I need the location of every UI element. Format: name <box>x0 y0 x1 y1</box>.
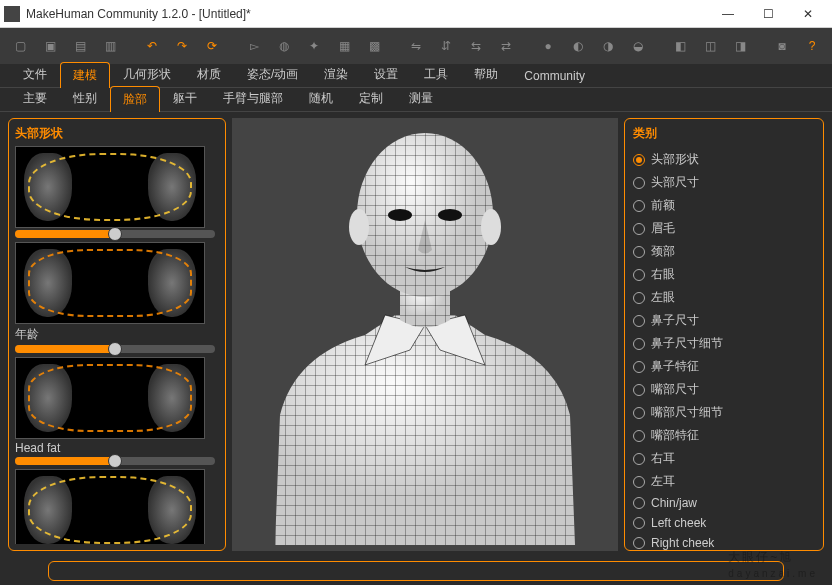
mirror-h-icon[interactable]: ⇋ <box>404 34 428 58</box>
radio-icon <box>633 361 645 373</box>
file-export-icon[interactable]: ▥ <box>98 34 122 58</box>
slider-track[interactable] <box>15 230 215 238</box>
category-radio-1[interactable]: 头部尺寸 <box>633 171 815 194</box>
category-radio-16[interactable]: Left cheek <box>633 513 815 533</box>
radio-label: 鼻子特征 <box>651 358 699 375</box>
app-icon <box>4 6 20 22</box>
radio-label: 嘴部尺寸细节 <box>651 404 723 421</box>
checker-icon[interactable]: ▩ <box>362 34 386 58</box>
category-radio-4[interactable]: 颈部 <box>633 240 815 263</box>
redo-icon[interactable]: ↷ <box>170 34 194 58</box>
radio-label: 鼻子尺寸细节 <box>651 335 723 352</box>
sub-tab-2[interactable]: 脸部 <box>110 86 160 112</box>
slider-thumbnail <box>15 146 205 228</box>
file-save-icon[interactable]: ▤ <box>68 34 92 58</box>
main-tab-4[interactable]: 姿态/动画 <box>234 61 311 87</box>
radio-label: 嘴部特征 <box>651 427 699 444</box>
category-radio-12[interactable]: 嘴部特征 <box>633 424 815 447</box>
slider-thumbnail <box>15 242 205 324</box>
main-toolbar: ▢▣▤▥↶↷⟳▻◍✦▦▩⇋⇵⇆⇄●◐◑◒◧◫◨◙? <box>0 28 832 64</box>
category-radio-3[interactable]: 眉毛 <box>633 217 815 240</box>
view-right-icon[interactable]: ◨ <box>728 34 752 58</box>
main-tab-8[interactable]: 帮助 <box>461 61 511 87</box>
category-radio-9[interactable]: 鼻子特征 <box>633 355 815 378</box>
category-radio-13[interactable]: 右耳 <box>633 447 815 470</box>
cursor-icon[interactable]: ▻ <box>242 34 266 58</box>
status-bar <box>0 557 832 585</box>
mirror-alt2-icon[interactable]: ⇄ <box>494 34 518 58</box>
maximize-button[interactable]: ☐ <box>748 0 788 28</box>
grid-icon[interactable]: ▦ <box>332 34 356 58</box>
sub-tab-5[interactable]: 随机 <box>296 85 346 111</box>
mirror-alt-icon[interactable]: ⇆ <box>464 34 488 58</box>
radio-label: Left cheek <box>651 516 706 530</box>
mirror-v-icon[interactable]: ⇵ <box>434 34 458 58</box>
main-tab-6[interactable]: 设置 <box>361 61 411 87</box>
camera-icon[interactable]: ◙ <box>770 34 794 58</box>
main-tab-0[interactable]: 文件 <box>10 61 60 87</box>
category-radio-10[interactable]: 嘴部尺寸 <box>633 378 815 401</box>
radio-icon <box>633 384 645 396</box>
sub-tab-3[interactable]: 躯干 <box>160 85 210 111</box>
radio-icon <box>633 200 645 212</box>
radio-icon <box>633 497 645 509</box>
head-smooth-icon[interactable]: ◐ <box>566 34 590 58</box>
sub-tab-4[interactable]: 手臂与腿部 <box>210 85 296 111</box>
category-radio-15[interactable]: Chin/jaw <box>633 493 815 513</box>
main-tab-9[interactable]: Community <box>511 64 598 87</box>
globe-wire-icon[interactable]: ◍ <box>272 34 296 58</box>
category-radio-8[interactable]: 鼻子尺寸细节 <box>633 332 815 355</box>
file-open-icon[interactable]: ▣ <box>38 34 62 58</box>
category-radio-11[interactable]: 嘴部尺寸细节 <box>633 401 815 424</box>
slider-list[interactable]: 年龄Head fat角度 <box>15 146 219 544</box>
window-titlebar: MakeHuman Community 1.2.0 - [Untitled]* … <box>0 0 832 28</box>
sub-tab-1[interactable]: 性别 <box>60 85 110 111</box>
radio-icon <box>633 292 645 304</box>
main-tab-5[interactable]: 渲染 <box>311 61 361 87</box>
view-center-icon[interactable]: ◫ <box>698 34 722 58</box>
file-new-icon[interactable]: ▢ <box>8 34 32 58</box>
slider-track[interactable] <box>15 457 215 465</box>
category-radio-7[interactable]: 鼻子尺寸 <box>633 309 815 332</box>
radio-icon <box>633 315 645 327</box>
main-tab-2[interactable]: 几何形状 <box>110 61 184 87</box>
help-icon[interactable]: ? <box>800 34 824 58</box>
radio-icon <box>633 177 645 189</box>
sub-tab-7[interactable]: 测量 <box>396 85 446 111</box>
radio-icon <box>633 246 645 258</box>
refresh-icon[interactable]: ⟳ <box>200 34 224 58</box>
svg-point-2 <box>349 209 369 245</box>
radio-label: 头部形状 <box>651 151 699 168</box>
radio-label: 左眼 <box>651 289 675 306</box>
category-radio-14[interactable]: 左耳 <box>633 470 815 493</box>
run-icon[interactable]: ✦ <box>302 34 326 58</box>
head-toggle-icon[interactable]: ◑ <box>596 34 620 58</box>
viewport-3d[interactable] <box>232 118 618 551</box>
head-solid-icon[interactable]: ● <box>536 34 560 58</box>
main-tab-3[interactable]: 材质 <box>184 61 234 87</box>
svg-point-3 <box>481 209 501 245</box>
radio-icon <box>633 476 645 488</box>
head-shade-icon[interactable]: ◒ <box>626 34 650 58</box>
sub-tab-6[interactable]: 定制 <box>346 85 396 111</box>
undo-icon[interactable]: ↶ <box>140 34 164 58</box>
radio-label: 嘴部尺寸 <box>651 381 699 398</box>
main-tab-7[interactable]: 工具 <box>411 61 461 87</box>
slider-track[interactable] <box>15 345 215 353</box>
close-button[interactable]: ✕ <box>788 0 828 28</box>
radio-label: 眉毛 <box>651 220 675 237</box>
right-panel-title: 类别 <box>633 125 815 142</box>
slider-label: 年龄 <box>15 326 215 343</box>
category-radio-0[interactable]: 头部形状 <box>633 148 815 171</box>
category-radio-5[interactable]: 右眼 <box>633 263 815 286</box>
minimize-button[interactable]: — <box>708 0 748 28</box>
category-radio-17[interactable]: Right cheek <box>633 533 815 551</box>
main-tab-1[interactable]: 建模 <box>60 62 110 88</box>
category-radio-2[interactable]: 前额 <box>633 194 815 217</box>
window-title: MakeHuman Community 1.2.0 - [Untitled]* <box>26 7 708 21</box>
view-left-icon[interactable]: ◧ <box>668 34 692 58</box>
category-radio-6[interactable]: 左眼 <box>633 286 815 309</box>
sub-tab-bar: 主要性别脸部躯干手臂与腿部随机定制测量 <box>0 88 832 112</box>
slider-head-fat: Head fat <box>15 357 215 465</box>
sub-tab-0[interactable]: 主要 <box>10 85 60 111</box>
